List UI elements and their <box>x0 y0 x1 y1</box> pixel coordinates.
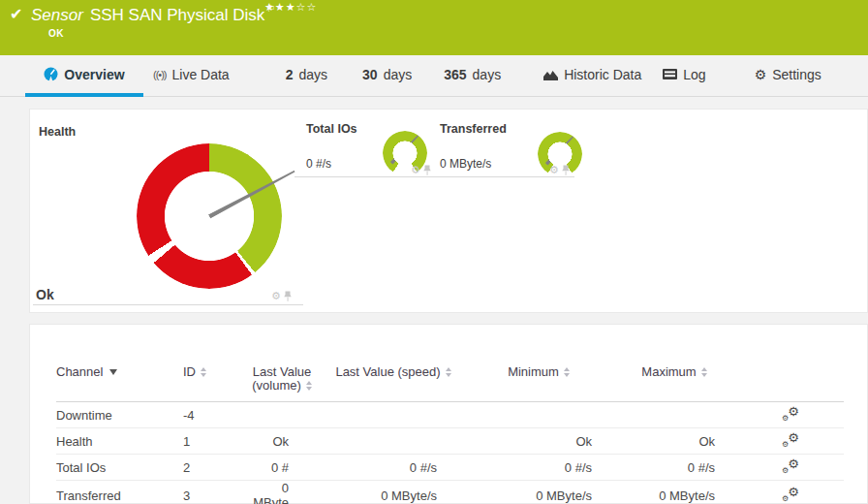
table-header-row: Channel ID Last Value (volume) Last Valu… <box>56 365 844 402</box>
tab-settings[interactable]: ⚙ Settings <box>755 55 822 97</box>
edit-channel-gears-icon[interactable]: ⚙⚙ <box>782 432 799 448</box>
maximum-value: 0 #/s <box>611 455 737 481</box>
table-row: Total IOs 2 0 # 0 #/s 0 #/s 0 #/s ⚙⚙ <box>56 455 844 481</box>
total-ios-gauge-needle <box>389 134 419 165</box>
channel-name: Total IOs <box>56 455 183 481</box>
transferred-gauge-label: Transferred <box>440 122 507 136</box>
tab-label: Overview <box>64 67 124 82</box>
gear-icon: ⚙ <box>755 68 767 81</box>
divider <box>33 304 303 305</box>
table-row: Downtime -4 ⚙⚙ <box>56 402 844 428</box>
object-kind-label: Sensor <box>31 6 83 24</box>
transferred-gauge-value: 0 MByte/s <box>440 157 491 171</box>
tab-number: 30 <box>362 67 378 82</box>
column-header-id[interactable]: ID <box>183 365 243 402</box>
last-value-speed <box>321 428 466 455</box>
pin-icon[interactable] <box>562 165 570 175</box>
gear-icon[interactable]: ⚙ <box>411 165 420 175</box>
last-value-speed <box>321 402 466 428</box>
sort-desc-icon <box>109 369 117 375</box>
health-gauge-label: Health <box>39 125 76 139</box>
health-gauge-actions: ⚙ <box>271 291 292 301</box>
tab-label: days <box>298 67 327 82</box>
column-header-last-value-speed[interactable]: Last Value (speed) <box>321 365 466 402</box>
tab-label: Log <box>683 67 705 82</box>
transferred-gauge-needle <box>544 135 574 166</box>
stars-filled-icon[interactable]: ★★★ <box>264 1 296 13</box>
priority-stars[interactable]: ★★★☆☆ <box>264 1 317 14</box>
column-header-minimum[interactable]: Minimum <box>466 365 611 402</box>
health-gauge-value: Ok <box>36 287 54 302</box>
tab-2-days[interactable]: 2 days <box>286 55 327 97</box>
edit-channel-gears-icon[interactable]: ⚙⚙ <box>782 458 799 474</box>
divider <box>294 176 440 177</box>
tab-overview[interactable]: Overview <box>25 55 143 97</box>
sort-icon <box>564 367 570 377</box>
stars-empty-icon[interactable]: ☆☆ <box>296 1 318 13</box>
sensor-name: SSH SAN Physical Disk <box>90 6 264 24</box>
live-data-icon: ((•)) <box>153 69 167 80</box>
channel-id: 1 <box>183 428 243 455</box>
gear-icon[interactable]: ⚙ <box>549 165 559 175</box>
channel-name: Health <box>56 428 183 455</box>
maximum-value: 0 MByte/s <box>611 481 737 504</box>
minimum-value: 0 #/s <box>466 455 611 481</box>
edit-channel-gears-icon[interactable]: ⚙⚙ <box>782 487 799 502</box>
total-ios-gauge-label: Total IOs <box>306 122 357 136</box>
tab-label: Live Data <box>172 67 230 82</box>
sort-icon <box>701 367 707 377</box>
tab-label: Settings <box>772 67 822 82</box>
column-header-maximum[interactable]: Maximum <box>611 365 737 402</box>
minimum-value: 0 MByte/s <box>466 481 611 504</box>
last-value-volume: 0 MByte <box>243 481 321 504</box>
tab-log[interactable]: Log <box>663 55 705 97</box>
column-header-channel[interactable]: Channel <box>56 365 183 402</box>
sort-icon <box>306 381 312 391</box>
page-title: SensorSSH SAN Physical Disk⚐ <box>31 6 275 25</box>
last-value-speed: 0 #/s <box>321 455 466 481</box>
tab-30-days[interactable]: 30 days <box>362 55 412 97</box>
area-chart-icon <box>543 69 558 80</box>
overview-gauges-panel: Health Ok ⚙ Total IOs 0 #/s ⚙ Transferre… <box>29 109 868 313</box>
gauge-icon <box>44 67 58 81</box>
gear-icon[interactable]: ⚙ <box>271 291 281 301</box>
sensor-tabbar: Overview ((•)) Live Data 2 days 30 days … <box>0 55 868 97</box>
column-header-actions <box>737 365 844 402</box>
transferred-gauge-actions: ⚙ <box>549 165 570 175</box>
tab-label: days <box>384 67 413 82</box>
divider <box>440 176 574 177</box>
pin-icon[interactable] <box>284 291 292 301</box>
pin-icon[interactable] <box>423 165 431 175</box>
tab-365-days[interactable]: 365 days <box>444 55 501 97</box>
sort-icon <box>201 367 206 377</box>
status-badge: OK <box>48 28 64 39</box>
channel-id: 3 <box>183 481 243 504</box>
channel-name: Transferred <box>56 481 183 504</box>
channel-name: Downtime <box>56 402 183 428</box>
tab-number: 2 <box>286 67 294 82</box>
last-value-volume: Ok <box>243 428 321 455</box>
last-value-speed: 0 MByte/s <box>321 481 466 504</box>
log-icon <box>663 69 677 79</box>
tab-historic-data[interactable]: Historic Data <box>543 55 641 97</box>
minimum-value <box>466 402 611 428</box>
tab-live-data[interactable]: ((•)) Live Data <box>153 55 230 97</box>
channels-table: Channel ID Last Value (volume) Last Valu… <box>56 365 844 504</box>
tab-label: Historic Data <box>564 67 641 82</box>
total-ios-gauge-value: 0 #/s <box>306 157 331 171</box>
table-row: Health 1 Ok Ok Ok ⚙⚙ <box>56 428 844 455</box>
total-ios-gauge-actions: ⚙ <box>411 165 431 175</box>
last-value-volume: 0 # <box>243 455 321 481</box>
last-value-volume <box>243 402 321 428</box>
tab-number: 365 <box>444 67 466 82</box>
maximum-value: Ok <box>611 428 737 455</box>
tab-label: days <box>473 67 502 82</box>
column-header-last-value-volume[interactable]: Last Value (volume) <box>243 365 321 402</box>
maximum-value <box>611 402 737 428</box>
edit-channel-gears-icon[interactable]: ⚙⚙ <box>782 406 799 422</box>
channels-panel: Channel ID Last Value (volume) Last Valu… <box>29 324 868 504</box>
status-ok-check-icon: ✔ <box>10 7 22 22</box>
minimum-value: Ok <box>466 428 611 455</box>
sensor-header: ✔ SensorSSH SAN Physical Disk⚐ OK ★★★☆☆ <box>0 0 868 55</box>
channel-id: -4 <box>183 402 243 428</box>
